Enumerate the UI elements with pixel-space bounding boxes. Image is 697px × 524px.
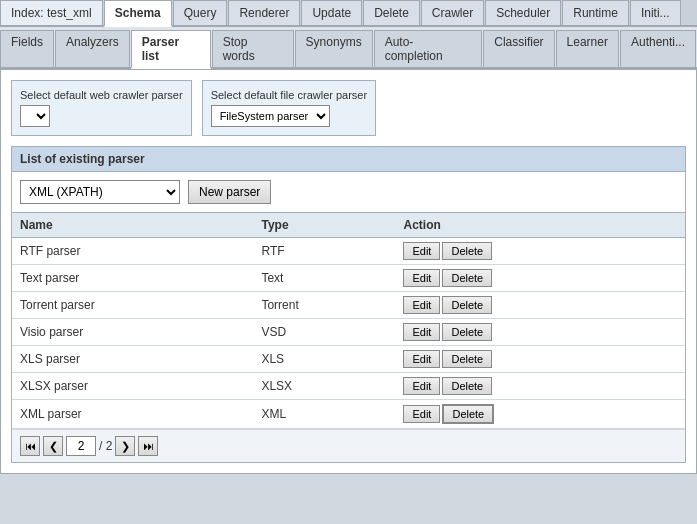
parser-list-section: List of existing parser XML (XPATH) New … xyxy=(11,146,686,463)
tab-scheduler[interactable]: Scheduler xyxy=(485,0,561,25)
parser-type-cell: RTF xyxy=(253,238,395,265)
parser-action-cell: EditDelete xyxy=(395,292,685,319)
tab-analyzers[interactable]: Analyzers xyxy=(55,30,130,67)
delete-button[interactable]: Delete xyxy=(442,404,494,424)
page-number-input[interactable] xyxy=(66,436,96,456)
parser-name-cell: Text parser xyxy=(12,265,253,292)
parser-type-cell: XLS xyxy=(253,346,395,373)
parser-action-cell: EditDelete xyxy=(395,373,685,400)
parser-name-cell: Visio parser xyxy=(12,319,253,346)
parser-type-cell: XML xyxy=(253,400,395,429)
table-row: Torrent parserTorrentEditDelete xyxy=(12,292,685,319)
parser-action-cell: EditDelete xyxy=(395,265,685,292)
tab-init[interactable]: Initi... xyxy=(630,0,681,25)
edit-button[interactable]: Edit xyxy=(403,323,440,341)
parser-name-cell: XLSX parser xyxy=(12,373,253,400)
parser-type-cell: VSD xyxy=(253,319,395,346)
delete-button[interactable]: Delete xyxy=(442,377,492,395)
tab-parser-list[interactable]: Parser list xyxy=(131,30,211,69)
parser-type-select[interactable]: XML (XPATH) xyxy=(20,180,180,204)
edit-button[interactable]: Edit xyxy=(403,296,440,314)
prev-page-button[interactable]: ❮ xyxy=(43,436,63,456)
delete-button[interactable]: Delete xyxy=(442,323,492,341)
web-crawler-select-row xyxy=(20,105,183,127)
parser-list-header: List of existing parser xyxy=(12,147,685,172)
file-crawler-label: Select default file crawler parser xyxy=(211,89,368,101)
tab-update[interactable]: Update xyxy=(301,0,362,25)
col-type: Type xyxy=(253,213,395,238)
col-action: Action xyxy=(395,213,685,238)
parser-table: Name Type Action RTF parserRTFEditDelete… xyxy=(12,212,685,429)
first-page-button[interactable]: ⏮ xyxy=(20,436,40,456)
tab-query[interactable]: Query xyxy=(173,0,228,25)
parser-action-cell: EditDelete xyxy=(395,400,685,429)
parser-name-cell: XLS parser xyxy=(12,346,253,373)
tab-runtime[interactable]: Runtime xyxy=(562,0,629,25)
tab-renderer[interactable]: Renderer xyxy=(228,0,300,25)
edit-button[interactable]: Edit xyxy=(403,350,440,368)
edit-button[interactable]: Edit xyxy=(403,269,440,287)
tab-synonyms[interactable]: Synonyms xyxy=(295,30,373,67)
parser-type-cell: XLSX xyxy=(253,373,395,400)
tab-delete[interactable]: Delete xyxy=(363,0,420,25)
tab-fields[interactable]: Fields xyxy=(0,30,54,67)
col-name: Name xyxy=(12,213,253,238)
table-row: RTF parserRTFEditDelete xyxy=(12,238,685,265)
tab-classifier[interactable]: Classifier xyxy=(483,30,554,67)
table-row: XML parserXMLEditDelete xyxy=(12,400,685,429)
pagination: ⏮ ❮ / 2 ❯ ⏭ xyxy=(12,429,685,462)
parser-action-cell: EditDelete xyxy=(395,346,685,373)
parser-controls: XML (XPATH) New parser xyxy=(12,172,685,212)
edit-button[interactable]: Edit xyxy=(403,405,440,423)
tab-auto-completion[interactable]: Auto-completion xyxy=(374,30,483,67)
second-tab-bar: Fields Analyzers Parser list Stop words … xyxy=(0,27,697,69)
delete-button[interactable]: Delete xyxy=(442,269,492,287)
crawler-section: Select default web crawler parser Select… xyxy=(11,80,686,136)
table-row: XLS parserXLSEditDelete xyxy=(12,346,685,373)
new-parser-button[interactable]: New parser xyxy=(188,180,271,204)
next-page-button[interactable]: ❯ xyxy=(115,436,135,456)
tab-crawler[interactable]: Crawler xyxy=(421,0,484,25)
delete-button[interactable]: Delete xyxy=(442,296,492,314)
table-row: Text parserTextEditDelete xyxy=(12,265,685,292)
last-page-button[interactable]: ⏭ xyxy=(138,436,158,456)
parser-name-cell: XML parser xyxy=(12,400,253,429)
parser-name-cell: RTF parser xyxy=(12,238,253,265)
table-header-row: Name Type Action xyxy=(12,213,685,238)
delete-button[interactable]: Delete xyxy=(442,350,492,368)
web-crawler-box: Select default web crawler parser xyxy=(11,80,192,136)
parser-action-cell: EditDelete xyxy=(395,238,685,265)
file-crawler-box: Select default file crawler parser FileS… xyxy=(202,80,377,136)
delete-button[interactable]: Delete xyxy=(442,242,492,260)
main-content: Select default web crawler parser Select… xyxy=(0,69,697,474)
edit-button[interactable]: Edit xyxy=(403,242,440,260)
parser-type-cell: Torrent xyxy=(253,292,395,319)
parser-type-cell: Text xyxy=(253,265,395,292)
tab-authenti[interactable]: Authenti... xyxy=(620,30,696,67)
web-crawler-select[interactable] xyxy=(20,105,50,127)
tab-stop-words[interactable]: Stop words xyxy=(212,30,294,67)
top-tab-bar: Index: test_xml Schema Query Renderer Up… xyxy=(0,0,697,27)
tab-index[interactable]: Index: test_xml xyxy=(0,0,103,25)
table-row: XLSX parserXLSXEditDelete xyxy=(12,373,685,400)
file-crawler-select[interactable]: FileSystem parser xyxy=(211,105,330,127)
page-total: / 2 xyxy=(99,439,112,453)
file-crawler-select-row: FileSystem parser xyxy=(211,105,368,127)
tab-schema[interactable]: Schema xyxy=(104,0,172,27)
parser-action-cell: EditDelete xyxy=(395,319,685,346)
edit-button[interactable]: Edit xyxy=(403,377,440,395)
table-row: Visio parserVSDEditDelete xyxy=(12,319,685,346)
web-crawler-label: Select default web crawler parser xyxy=(20,89,183,101)
tab-learner[interactable]: Learner xyxy=(556,30,619,67)
parser-name-cell: Torrent parser xyxy=(12,292,253,319)
